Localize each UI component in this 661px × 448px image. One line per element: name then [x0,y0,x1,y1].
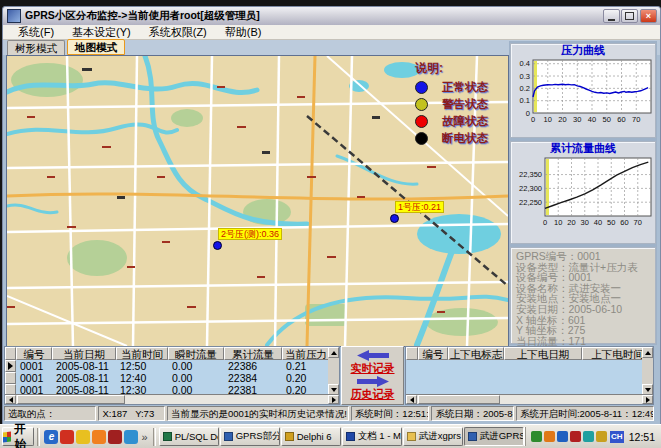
scroll-up-button[interactable] [642,347,653,358]
column-header[interactable]: 上下电日期 [504,347,582,360]
scrollbar-thumb[interactable] [17,395,125,404]
status-system-date: 系统日期：2005-8-11 [431,406,514,421]
table-row[interactable]: 00012005-08-1112:500.00223860.21 [5,360,339,372]
device-info-line: 当日流量：171 [516,336,650,347]
status-dot-icon [415,81,428,94]
scroll-left-button[interactable] [406,395,417,404]
column-header[interactable]: 当前日期 [52,347,116,360]
scroll-left-button[interactable] [5,395,16,404]
scroll-right-button[interactable] [642,395,653,404]
menu-item[interactable]: 系统权限(Z) [140,25,216,40]
history-record-link[interactable]: 历史记录 [351,388,395,401]
realtime-record-link[interactable]: 实时记录 [351,362,395,375]
tab-map-mode[interactable]: 地图模式 [67,39,125,55]
device-marker-dot[interactable] [390,214,399,223]
restore-button[interactable] [621,9,638,23]
menu-item[interactable]: 基本设定(Y) [63,25,140,40]
tray-icon[interactable] [583,431,594,442]
menu-item[interactable]: 系统(F) [9,25,63,40]
tray-icon[interactable] [544,431,555,442]
vertical-scrollbar[interactable] [328,347,339,395]
column-header[interactable]: 编号 [16,347,52,360]
row-selector[interactable] [5,360,16,372]
menu-item[interactable]: 帮助(B) [216,25,271,40]
table-cell: 0001 [16,372,52,384]
ie-icon[interactable]: e [44,430,58,444]
notes-icon[interactable] [76,430,90,444]
horizontal-scrollbar[interactable] [5,394,339,404]
taskbar-task-button[interactable]: 武进GPRS... [464,427,524,446]
svg-text:0: 0 [531,115,535,124]
map-legend: 说明: 正常状态警告状态故障状态断电状态 [415,60,507,147]
column-header[interactable]: 编号 [418,347,448,360]
flow-chart: 22,25022,30022,350010203040506070 [511,155,657,242]
scrollbar-thumb[interactable] [418,395,500,404]
tray-icon[interactable] [596,431,607,442]
scroll-up-button[interactable] [328,347,339,358]
taskbar-task-button[interactable]: PL/SQL Dev... [159,427,219,446]
taskbar-task-button[interactable]: 文档 1 - Mic... [342,427,402,446]
browser-ball-icon[interactable] [92,430,106,444]
svg-text:50: 50 [603,115,611,124]
task-label: 武进xgprs [419,430,461,443]
device-marker-label[interactable]: 1号压:0.21 [395,201,444,213]
row-selector-header[interactable] [406,347,418,360]
title-bar[interactable]: GPRS小区分布监控->当前使用者root[超级管理员] × [3,7,660,25]
svg-text:50: 50 [607,218,615,227]
arrow-right-icon[interactable] [356,375,390,388]
arrow-left-icon[interactable] [356,349,390,362]
row-selector[interactable] [5,372,16,384]
column-header[interactable]: 累计流量 [224,347,282,360]
vertical-scrollbar[interactable] [642,347,653,395]
table-cell: 22386 [224,360,282,372]
column-header[interactable]: 上下电标志 [448,347,504,360]
flashget-icon[interactable] [60,430,74,444]
language-indicator[interactable]: CH [610,431,624,443]
column-header[interactable]: 当前时间 [116,347,168,360]
realtime-table[interactable]: 编号当前日期当前时间瞬时流量累计流量当前压力00012005-08-1112:5… [4,346,340,405]
globe-icon[interactable] [124,430,138,444]
menu-bar: 系统(F)基本设定(Y)系统权限(Z)帮助(B) [3,25,660,40]
taskbar-separator [153,428,156,446]
column-header[interactable]: 当前压力 [282,347,330,360]
svg-text:70: 70 [634,218,642,227]
device-marker-dot[interactable] [213,241,222,250]
table-header-row: 编号当前日期当前时间瞬时流量累计流量当前压力 [5,347,339,360]
taskbar-task-button[interactable]: GPRS部分.... [220,427,280,446]
start-button[interactable]: 开始 [2,427,34,446]
svg-text:22,350: 22,350 [519,170,542,179]
minimize-button[interactable] [603,9,620,23]
pressure-chart: 00.10.20.30.4010203040506070 [511,57,657,136]
tab-tree-mode[interactable]: 树形模式 [7,40,65,55]
app-icon [7,9,21,23]
taskbar-task-button[interactable]: Delphi 6 [281,427,341,446]
legend-item: 正常状态 [415,79,507,96]
svg-text:40: 40 [588,115,596,124]
svg-text:0: 0 [526,109,530,118]
scroll-right-button[interactable] [328,395,339,404]
tray-icon[interactable] [570,431,581,442]
close-button[interactable]: × [640,9,657,23]
task-label: GPRS部分.... [236,430,280,443]
up-arrow-icon [331,351,337,355]
tray-icon[interactable] [557,431,568,442]
taskbar-task-button[interactable]: 武进xgprs [403,427,463,446]
power-table[interactable]: 编号上下电标志上下电日期上下电时间 [405,346,654,405]
window-title: GPRS小区分布监控->当前使用者root[超级管理员] [25,9,260,23]
flow-chart-title: 累计流量曲线 [511,142,655,155]
table-row[interactable]: 00012005-08-1112:400.00223840.20 [5,372,339,384]
svg-text:40: 40 [594,218,602,227]
right-arrow-icon [332,397,336,403]
column-header[interactable]: 瞬时流量 [168,347,224,360]
svg-text:60: 60 [617,115,625,124]
svg-text:0.4: 0.4 [520,59,530,68]
left-arrow-icon [410,397,414,403]
city-map[interactable]: 说明: 正常状态警告状态故障状态断电状态 1号压:0.212号压(测):0.36 [6,55,509,347]
bitcomet-icon[interactable] [108,430,122,444]
horizontal-scrollbar[interactable] [406,394,653,404]
row-selector-header[interactable] [5,347,16,360]
chevron-more-icon[interactable]: » [141,431,147,443]
table-cell: 2005-08-11 [52,372,116,384]
tray-icon[interactable] [531,431,542,442]
device-marker-label[interactable]: 2号压(测):0.36 [218,228,282,240]
